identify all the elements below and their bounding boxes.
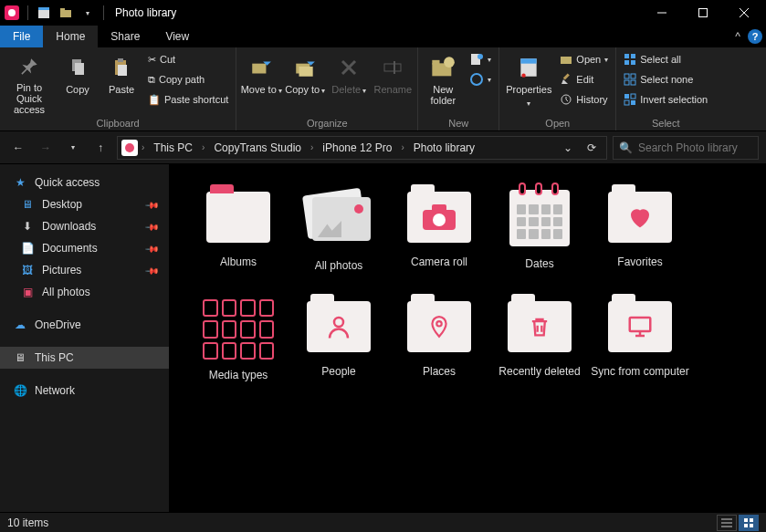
breadcrumb-segment[interactable]: iPhone 12 Pro (317, 137, 397, 159)
history-button[interactable]: History (556, 89, 612, 110)
content-pane[interactable]: Albums All photos Camera roll Dates (170, 164, 766, 512)
svg-rect-6 (698, 9, 707, 17)
navigation-bar: ← → ▾ ↑ › This PC › CopyTrans Studio › i… (0, 131, 766, 164)
close-button[interactable] (723, 0, 764, 26)
large-icons-view-button[interactable] (739, 515, 759, 531)
forward-button[interactable]: → (35, 137, 57, 159)
folder-albums[interactable]: Albums (188, 179, 289, 288)
folder-icon (608, 192, 672, 243)
rename-button[interactable]: Rename (372, 49, 414, 115)
copy-button[interactable]: Copy (57, 49, 99, 115)
folder-dates[interactable]: Dates (489, 179, 590, 288)
qat-properties-icon[interactable] (34, 3, 54, 23)
sidebar-onedrive[interactable]: ☁OneDrive (0, 314, 169, 336)
calendar-icon (509, 190, 570, 246)
address-bar[interactable]: › This PC › CopyTrans Studio › iPhone 12… (117, 136, 607, 160)
sidebar-quick-access[interactable]: ★Quick access (0, 172, 169, 193)
edit-button[interactable]: Edit (556, 69, 612, 89)
paste-shortcut-button[interactable]: 📋Paste shortcut (144, 89, 232, 110)
sidebar-network[interactable]: 🌐Network (0, 380, 169, 402)
desktop-icon: 🖥 (20, 197, 35, 212)
svg-point-29 (522, 74, 526, 78)
svg-rect-20 (393, 61, 395, 74)
chevron-right-icon[interactable]: › (140, 142, 146, 152)
help-icon[interactable]: ? (748, 29, 762, 44)
folder-recently-deleted[interactable]: Recently deleted (489, 288, 590, 398)
copy-path-button[interactable]: ⧉Copy path (144, 69, 232, 89)
folder-all-photos[interactable]: All photos (289, 179, 389, 288)
maximize-button[interactable] (682, 0, 723, 26)
invert-selection-button[interactable]: Invert selection (620, 89, 711, 110)
folder-people[interactable]: People (289, 288, 389, 398)
chevron-right-icon[interactable]: › (309, 142, 315, 152)
select-none-button[interactable]: Select none (620, 69, 711, 89)
folder-camera-roll[interactable]: Camera roll (389, 179, 489, 288)
svg-rect-19 (384, 64, 401, 71)
sidebar-all-photos[interactable]: ▣All photos (0, 281, 169, 303)
sidebar-downloads[interactable]: ⬇Downloads📌 (0, 215, 169, 237)
sidebar-this-pc[interactable]: 🖥This PC (0, 347, 169, 369)
svg-rect-51 (630, 318, 651, 331)
search-icon: 🔍 (619, 141, 633, 154)
quick-access-toolbar: ▾ (2, 3, 108, 23)
back-button[interactable]: ← (7, 137, 29, 159)
svg-rect-30 (561, 57, 572, 64)
easy-access-button[interactable]: ▾ (466, 69, 495, 89)
qat-newfolder-icon[interactable] (56, 3, 76, 23)
folder-places[interactable]: Places (389, 288, 489, 398)
move-to-button[interactable]: Move to ▾ (240, 49, 282, 115)
photo-stack-icon (305, 192, 373, 246)
svg-rect-35 (624, 60, 629, 65)
svg-point-25 (477, 54, 483, 59)
search-box[interactable]: 🔍 (613, 136, 759, 160)
tab-home[interactable]: Home (43, 26, 98, 47)
open-button[interactable]: Open▾ (556, 49, 612, 69)
group-new: New folder ▾ ▾ New (418, 47, 499, 130)
chevron-right-icon[interactable]: › (200, 142, 206, 152)
breadcrumb-segment[interactable]: CopyTrans Studio (208, 137, 307, 159)
properties-button[interactable]: Properties ▾ (503, 49, 554, 115)
refresh-button[interactable]: ⟳ (581, 137, 603, 159)
sidebar-pictures[interactable]: 🖼Pictures📌 (0, 259, 169, 281)
svg-rect-4 (60, 8, 65, 11)
chevron-right-icon[interactable]: › (399, 142, 405, 152)
status-text: 10 items (7, 516, 48, 529)
cut-button[interactable]: ✂Cut (144, 49, 232, 69)
ribbon-collapse-icon[interactable]: ^ (735, 30, 740, 43)
pin-to-quick-access-button[interactable]: Pin to Quick access (4, 49, 55, 115)
tab-view[interactable]: View (152, 26, 202, 47)
qat-customize-icon[interactable]: ▾ (78, 3, 98, 23)
address-dropdown-button[interactable]: ⌄ (557, 137, 579, 159)
search-input[interactable] (638, 141, 766, 154)
new-folder-button[interactable]: New folder (422, 49, 464, 115)
breadcrumb-segment[interactable]: This PC (148, 137, 198, 159)
svg-rect-14 (253, 64, 267, 74)
folder-icon (608, 301, 672, 352)
tab-file[interactable]: File (0, 26, 43, 47)
sidebar-documents[interactable]: 📄Documents📌 (0, 237, 169, 259)
copy-to-button[interactable]: Copy to ▾ (284, 49, 326, 115)
select-all-button[interactable]: Select all (620, 49, 711, 69)
network-icon: 🌐 (13, 383, 27, 398)
sidebar-desktop[interactable]: 🖥Desktop📌 (0, 193, 169, 215)
folder-favorites[interactable]: Favorites (590, 179, 690, 288)
media-grid-icon (203, 299, 274, 360)
recent-locations-button[interactable]: ▾ (62, 137, 84, 159)
svg-rect-42 (631, 94, 635, 99)
up-button[interactable]: ↑ (89, 137, 111, 159)
svg-rect-37 (624, 74, 629, 78)
new-item-button[interactable]: ▾ (466, 49, 495, 69)
svg-rect-33 (624, 54, 629, 58)
tab-share[interactable]: Share (98, 26, 152, 47)
delete-button[interactable]: Delete ▾ (328, 49, 370, 115)
paste-button[interactable]: Paste (100, 49, 142, 115)
folder-media-types[interactable]: Media types (188, 288, 289, 398)
breadcrumb-segment[interactable]: Photo library (408, 137, 480, 159)
details-view-button[interactable] (717, 515, 737, 531)
svg-point-26 (471, 74, 482, 85)
minimize-button[interactable] (641, 0, 682, 26)
folder-sync-from-computer[interactable]: Sync from computer (590, 288, 690, 398)
folder-icon (206, 192, 270, 243)
group-clipboard: Pin to Quick access Copy Paste ✂Cut ⧉Cop… (0, 47, 236, 130)
svg-rect-22 (433, 60, 440, 65)
